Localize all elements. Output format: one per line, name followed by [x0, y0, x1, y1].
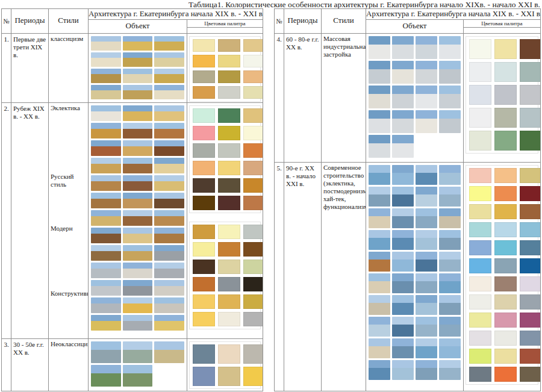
building-photo — [369, 273, 390, 293]
building-photo — [416, 295, 437, 315]
building-photo — [91, 52, 121, 67]
color-swatch — [469, 276, 491, 291]
column-header-palette: Цветовая палитра — [464, 20, 540, 33]
column-header-styles: Стили — [49, 9, 89, 33]
building-photo — [91, 341, 121, 363]
building-photo — [91, 175, 121, 191]
column-header-periods: Периоды — [284, 9, 322, 33]
building-photo — [154, 315, 184, 331]
color-palette — [464, 163, 540, 385]
building-photo — [369, 36, 390, 59]
color-swatch — [243, 312, 263, 326]
color-swatch — [469, 258, 491, 273]
building-photo — [392, 61, 414, 84]
building-photo — [369, 338, 390, 358]
building-photo — [439, 295, 461, 315]
photo-grid — [366, 34, 463, 160]
color-swatch — [193, 86, 215, 99]
building-photo — [369, 360, 390, 380]
building-photo — [416, 165, 437, 185]
color-swatch — [520, 222, 540, 237]
column-header-num: № — [2, 9, 11, 33]
color-swatch — [218, 242, 240, 257]
color-swatch — [243, 39, 263, 52]
building-photo — [91, 123, 121, 138]
color-palette — [187, 339, 263, 389]
color-swatch — [218, 312, 240, 326]
building-photo — [154, 36, 184, 51]
color-swatch — [520, 258, 540, 273]
building-photo — [369, 252, 390, 272]
building-photo — [154, 175, 184, 191]
color-swatch — [520, 85, 540, 105]
color-swatch — [520, 349, 540, 364]
building-photo — [154, 245, 184, 261]
building-photo — [123, 193, 153, 208]
building-photo — [154, 158, 184, 173]
color-swatch — [520, 294, 540, 310]
building-photo — [154, 140, 184, 156]
table-row: 3.30 - 50е г.г. XX в.Неоклассицизм — [2, 339, 263, 391]
building-photo — [439, 252, 461, 272]
building-photo — [416, 36, 437, 59]
building-photo — [439, 338, 461, 358]
building-photo — [416, 86, 437, 108]
color-swatch — [494, 108, 517, 128]
palette-cell — [464, 34, 540, 162]
palette-block — [189, 105, 261, 213]
style-label: Модерн — [51, 225, 87, 232]
building-photo — [439, 110, 461, 133]
period-cell: Первые две трети XIX в. — [11, 34, 49, 102]
architecture-header: Архитектура г. Екатеринбурга начала XIX … — [366, 9, 540, 20]
building-photo — [91, 140, 121, 156]
color-palette — [464, 34, 540, 154]
table-header: №ПериодыСтилиАрхитектура г. Екатеринбург… — [275, 9, 540, 34]
color-swatch — [243, 367, 263, 386]
column-header-styles: Стили — [322, 9, 366, 33]
color-swatch — [469, 240, 491, 255]
photo-grid — [89, 34, 187, 102]
color-swatch — [243, 178, 263, 193]
column-header-object: Объект — [366, 20, 464, 33]
table-panel-right: №ПериодыСтилиАрхитектура г. Екатеринбург… — [274, 8, 541, 391]
architecture-subheader: ОбъектЦветовая палитра — [366, 20, 540, 33]
building-photo — [154, 85, 184, 99]
color-swatch — [469, 108, 491, 128]
palette-block — [466, 165, 538, 385]
color-swatch — [218, 178, 240, 193]
building-photo — [154, 263, 184, 278]
building-photo — [154, 193, 184, 208]
period-cell: 90-е г. XX в. - начало XXI в. — [284, 163, 322, 391]
color-swatch — [218, 260, 240, 274]
color-swatch — [193, 367, 215, 386]
building-photo — [416, 61, 437, 84]
color-swatch — [520, 367, 540, 382]
column-header-palette-label: Цветовая палитра — [464, 20, 540, 28]
color-swatch — [193, 178, 215, 193]
column-header-periods: Периоды — [11, 9, 49, 33]
building-photo — [91, 228, 121, 243]
building-photo — [123, 140, 153, 156]
building-photo — [91, 297, 121, 313]
style-label: Неоклассицизм — [51, 340, 87, 348]
building-photo — [123, 280, 153, 296]
row-number: 4. — [275, 34, 284, 162]
building-photo — [154, 297, 184, 313]
palette-block — [189, 222, 261, 329]
building-photo — [91, 85, 121, 99]
color-swatch — [193, 277, 215, 291]
color-swatch — [494, 62, 517, 82]
style-label: Современное строительство (эклектика, по… — [323, 164, 365, 211]
period-cell: 60 - 80-е г.г. XX в. — [284, 34, 322, 162]
color-swatch — [469, 331, 491, 346]
architecture-header: Архитектура г. Екатеринбурга начала XIX … — [89, 9, 263, 20]
color-swatch — [494, 222, 517, 237]
color-swatch — [218, 225, 240, 239]
table-row: 4.60 - 80-е г.г. XX в.Массовая индустриа… — [275, 34, 540, 163]
table-row: 2.Рубеж XIX в. - XX в.ЭклектикаРусский с… — [2, 103, 263, 339]
building-photo — [123, 36, 153, 51]
color-swatch — [469, 85, 491, 105]
color-swatch — [218, 143, 240, 158]
row-number: 2. — [2, 103, 11, 338]
building-photo — [416, 360, 437, 380]
